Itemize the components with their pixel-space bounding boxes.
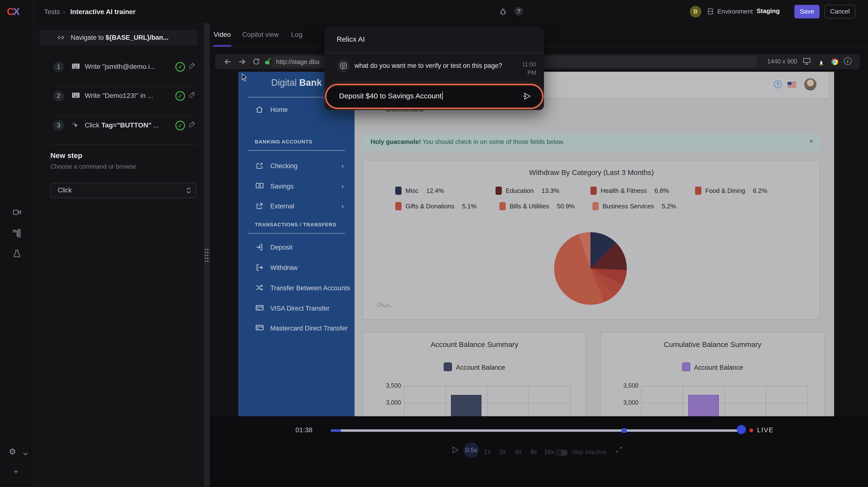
chevron-down-icon[interactable]: [22, 451, 29, 457]
video-camera-icon[interactable]: [12, 208, 21, 216]
monitor-icon[interactable]: [803, 58, 811, 65]
divider: [324, 52, 544, 53]
live-label: LIVE: [757, 426, 774, 434]
relicx-ai-dialog: Relicx AI what do you want me to verify …: [324, 27, 544, 110]
legend-item: Food & Dining6.2%: [695, 187, 767, 195]
nav-deposit[interactable]: Deposit: [238, 243, 354, 257]
speed-8x[interactable]: 8x: [530, 448, 537, 456]
user-avatar[interactable]: [804, 78, 817, 91]
back-arrow-icon[interactable]: [224, 58, 232, 66]
shuffle-icon: [256, 284, 263, 291]
text-caret: [442, 92, 443, 100]
speed-1x[interactable]: 1x: [484, 448, 490, 456]
legend-item: Gifts & Donations5.1%: [395, 202, 476, 211]
speed-2x[interactable]: 2x: [499, 448, 506, 456]
us-flag-icon[interactable]: [787, 82, 796, 87]
edit-pencil-icon[interactable]: [189, 121, 196, 127]
bar-chart-title: Account Balance Summary: [363, 340, 586, 348]
nav-checking[interactable]: Checking ›: [238, 161, 354, 176]
settings-gear-icon[interactable]: ⚙: [9, 447, 16, 457]
play-icon[interactable]: [452, 446, 459, 454]
step-number: 3: [53, 120, 64, 131]
nav-visa-direct-transfer[interactable]: VISA Direct Transfer: [238, 304, 354, 318]
progress-marker[interactable]: [621, 428, 627, 433]
progress-track[interactable]: [331, 429, 742, 432]
check-circle-icon: ✓: [175, 121, 185, 130]
chevron-right-icon: ›: [341, 182, 344, 190]
edit-pencil-icon[interactable]: [189, 62, 196, 69]
alert-banner: Holy guacamole! You should check in on s…: [363, 133, 820, 151]
environment-value[interactable]: Staging: [756, 7, 780, 14]
bar-chart-title: Cumulative Balance Summary: [600, 340, 825, 348]
step-row-1[interactable]: 1 Write "jsmith@demo.i... ✓: [34, 57, 204, 86]
new-step-subtitle: Choose a command or browse: [51, 163, 136, 170]
send-icon[interactable]: [522, 92, 531, 100]
step-number: 2: [53, 91, 64, 101]
sitemap-icon[interactable]: [12, 229, 21, 238]
playback-time: 01:38: [296, 426, 312, 434]
skip-inactive-label: skip inactive: [572, 448, 607, 456]
speed-4x[interactable]: 4x: [515, 448, 521, 456]
nav-transfer-between-accounts[interactable]: Transfer Between Accounts: [238, 283, 354, 298]
check-circle-icon: ✓: [175, 91, 185, 101]
legend-item: Health & Fitness6.8%: [590, 187, 669, 195]
speed-0.5x[interactable]: 0.5x: [464, 443, 479, 458]
close-icon[interactable]: ×: [809, 137, 813, 145]
cancel-button[interactable]: Cancel: [825, 5, 856, 19]
check-circle-icon: ✓: [175, 62, 185, 72]
nav-savings[interactable]: Savings ›: [238, 182, 354, 196]
add-icon[interactable]: +: [13, 467, 19, 477]
credit-card-icon: [256, 325, 264, 331]
speed-16x[interactable]: 16x: [544, 448, 554, 456]
bug-icon[interactable]: [499, 7, 507, 16]
message-timestamp: 11:00PM: [517, 61, 536, 77]
breadcrumb-tests[interactable]: Tests: [44, 8, 60, 16]
home-icon: [256, 106, 263, 113]
select-chevrons-icon: [186, 187, 191, 194]
navigate-step[interactable]: Navigate to ${BASE_URL}/ban...: [40, 30, 197, 45]
edit-pencil-icon[interactable]: [189, 91, 196, 98]
sign-in-arrow-icon: [256, 244, 263, 250]
save-button[interactable]: Save: [795, 5, 819, 19]
dialog-title: Relicx AI: [337, 35, 365, 43]
skip-inactive-toggle[interactable]: [556, 450, 568, 456]
ai-input-field[interactable]: Deposit $40 to Savings Account: [327, 85, 542, 108]
forward-arrow-icon[interactable]: [238, 58, 246, 66]
bar-legend: Account Balance: [600, 362, 825, 371]
fullscreen-icon[interactable]: [616, 446, 622, 453]
chrome-icon: [831, 58, 838, 65]
divider: [51, 144, 197, 145]
nav-mastercard-direct-transfer[interactable]: Mastercard Direct Transfer: [238, 324, 354, 338]
chat-bot-icon: [337, 60, 350, 72]
lock-icon: [264, 58, 271, 65]
avatar[interactable]: B: [690, 6, 702, 18]
tab-copilot-view[interactable]: Copilot view: [242, 31, 279, 38]
nav-external[interactable]: External ›: [238, 202, 354, 216]
help-icon[interactable]: ?: [515, 7, 523, 16]
info-icon[interactable]: i: [844, 57, 851, 65]
video-frame-banking-app: Digital Bank Home BANKING ACCOUNTS Check…: [238, 72, 834, 439]
tab-video[interactable]: Video: [214, 31, 231, 38]
step-label: Write "Demo123!" in ...: [85, 92, 153, 99]
y-tick: 3,500: [364, 382, 401, 389]
step-row-2[interactable]: 2 Write "Demo123!" in ... ✓: [34, 86, 204, 115]
divider: [248, 150, 345, 151]
viewport-resolution: 1440 x 900: [767, 58, 797, 65]
section-transactions: TRANSACTIONS / TRANSFERS: [255, 221, 336, 227]
chevron-right-icon: ›: [341, 202, 344, 210]
flask-icon[interactable]: [12, 249, 21, 258]
legend-item: Education13.3%: [496, 187, 559, 195]
command-select[interactable]: Click: [51, 183, 197, 198]
panel-resize-handle[interactable]: [204, 23, 210, 487]
link-icon: [57, 34, 64, 41]
nav-withdraw[interactable]: Withdraw: [238, 263, 354, 278]
question-icon[interactable]: ?: [774, 81, 782, 88]
navigate-step-label: Navigate to ${BASE_URL}/ban...: [71, 34, 168, 41]
progress-played-segment: [331, 429, 341, 432]
reload-icon[interactable]: [252, 58, 260, 65]
step-row-3[interactable]: 3 Click Tag="BUTTON" ... ✓: [34, 116, 204, 145]
tab-log[interactable]: Log: [291, 31, 303, 38]
withdraw-pie: [554, 232, 627, 305]
withdraw-by-category-card: Withdraw By Category (Last 3 Months) Mis…: [363, 160, 820, 320]
playhead-handle[interactable]: [737, 425, 746, 434]
